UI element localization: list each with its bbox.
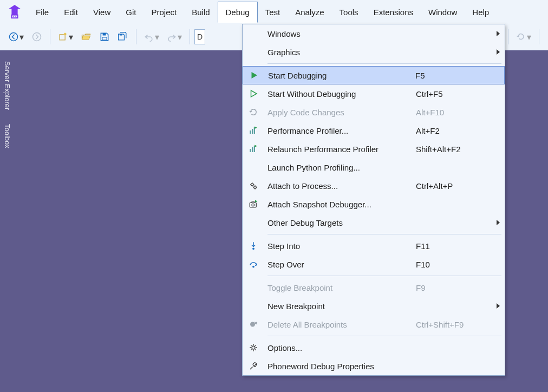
menu-item-debug-props[interactable]: Phoneword Debug Properties bbox=[243, 357, 505, 375]
toolbar-separator bbox=[539, 29, 539, 44]
menu-project[interactable]: Project bbox=[143, 2, 184, 22]
menu-item-start-debug[interactable]: Start DebuggingF5 bbox=[243, 66, 505, 84]
save-all-button[interactable] bbox=[114, 28, 132, 45]
toolbar-separator bbox=[190, 29, 190, 44]
chevron-down-icon: ▾ bbox=[154, 32, 160, 42]
submenu-chevron-icon bbox=[492, 31, 505, 36]
menu-item-label: Relaunch Performance Profiler bbox=[264, 145, 416, 154]
svg-point-20 bbox=[252, 266, 255, 268]
menu-item-label: Graphics bbox=[264, 48, 416, 57]
debug-dropdown: WindowsGraphicsStart DebuggingF5Start Wi… bbox=[242, 24, 505, 376]
svg-rect-6 bbox=[103, 33, 106, 35]
menu-item-shortcut: F5 bbox=[415, 71, 491, 80]
menu-file[interactable]: File bbox=[28, 2, 56, 22]
menu-item-windows[interactable]: Windows bbox=[243, 24, 505, 43]
menu-item-options[interactable]: Options... bbox=[243, 338, 505, 357]
svg-rect-4 bbox=[60, 35, 65, 40]
menu-debug[interactable]: Debug bbox=[218, 2, 258, 23]
menu-item-shortcut: Shift+Alt+F2 bbox=[416, 145, 492, 154]
menu-tools[interactable]: Tools bbox=[332, 2, 366, 22]
side-tab-server-explorer[interactable]: Server Explorer bbox=[3, 59, 11, 112]
nav-back-button[interactable]: ▾ bbox=[5, 28, 27, 45]
svg-point-16 bbox=[254, 186, 257, 189]
menu-analyze[interactable]: Analyze bbox=[288, 2, 331, 22]
menu-item-label: Attach Snapshot Debugger... bbox=[264, 200, 416, 209]
svg-point-18 bbox=[252, 204, 255, 206]
menu-item-perf-profiler[interactable]: Performance Profiler...Alt+F2 bbox=[243, 121, 505, 140]
menu-item-label: Windows bbox=[264, 29, 416, 38]
menu-view[interactable]: View bbox=[86, 2, 118, 22]
menu-item-relaunch-profiler[interactable]: Relaunch Performance ProfilerShift+Alt+F… bbox=[243, 140, 505, 158]
menu-item-shortcut: Alt+F2 bbox=[416, 126, 492, 135]
menu-separator bbox=[268, 276, 501, 276]
menu-item-other-targets[interactable]: Other Debug Targets bbox=[243, 213, 505, 232]
menu-item-attach-process[interactable]: Attach to Process...Ctrl+Alt+P bbox=[243, 177, 505, 195]
refresh-button[interactable]: ▾ bbox=[513, 28, 534, 45]
chart-play-icon bbox=[243, 126, 264, 135]
menu-item-shortcut: Ctrl+Shift+F9 bbox=[416, 320, 492, 329]
side-tab-toolbox[interactable]: Toolbox bbox=[3, 122, 11, 151]
play-outline-icon bbox=[243, 89, 264, 99]
bp-delete-icon bbox=[243, 319, 264, 329]
menu-item-step-over[interactable]: Step OverF10 bbox=[243, 255, 505, 273]
gear-icon bbox=[243, 343, 264, 352]
chart-play-icon bbox=[243, 144, 264, 154]
refresh-icon bbox=[243, 107, 264, 117]
toolbar-separator bbox=[136, 29, 136, 44]
menubar: PRE File Edit View Git Project Build Deb… bbox=[0, 0, 548, 24]
svg-point-21 bbox=[250, 322, 255, 327]
wrench-icon bbox=[243, 361, 264, 371]
undo-button[interactable]: ▾ bbox=[141, 28, 162, 45]
menu-edit[interactable]: Edit bbox=[56, 2, 86, 22]
svg-point-22 bbox=[252, 346, 255, 349]
menu-window[interactable]: Window bbox=[421, 2, 465, 22]
toolbar-separator bbox=[50, 29, 50, 44]
svg-rect-10 bbox=[252, 129, 253, 134]
submenu-chevron-icon bbox=[492, 49, 505, 55]
svg-rect-17 bbox=[250, 202, 256, 207]
chevron-down-icon: ▾ bbox=[177, 32, 182, 42]
menu-item-start-nodebug[interactable]: Start Without DebuggingCtrl+F5 bbox=[243, 84, 505, 103]
menu-item-shortcut: Ctrl+Alt+P bbox=[416, 181, 492, 191]
menu-item-attach-snapshot[interactable]: Attach Snapshot Debugger... bbox=[243, 195, 505, 213]
menu-item-label: Performance Profiler... bbox=[264, 126, 416, 135]
menu-item-label: Attach to Process... bbox=[264, 181, 416, 191]
play-solid-icon bbox=[243, 70, 265, 80]
chevron-down-icon: ▾ bbox=[526, 32, 532, 42]
menu-item-graphics[interactable]: Graphics bbox=[243, 43, 505, 61]
menu-item-shortcut: F9 bbox=[416, 283, 492, 292]
menu-item-label: Toggle Breakpoint bbox=[264, 283, 416, 292]
menu-extensions[interactable]: Extensions bbox=[366, 2, 421, 22]
nav-forward-button[interactable] bbox=[28, 28, 45, 45]
svg-point-3 bbox=[33, 33, 41, 41]
menu-git[interactable]: Git bbox=[118, 2, 143, 22]
open-button[interactable] bbox=[77, 28, 95, 45]
menu-build[interactable]: Build bbox=[184, 2, 217, 22]
menu-item-step-into[interactable]: Step IntoF11 bbox=[243, 237, 505, 255]
config-combo[interactable]: D bbox=[194, 29, 205, 44]
svg-text:PRE: PRE bbox=[11, 15, 18, 18]
menu-help[interactable]: Help bbox=[465, 2, 497, 22]
new-item-button[interactable]: ▾ bbox=[55, 28, 76, 45]
menu-item-launch-python[interactable]: Launch Python Profiling... bbox=[243, 158, 505, 177]
left-tool-tabs: Server Explorer Toolbox bbox=[0, 50, 14, 392]
menu-item-label: Launch Python Profiling... bbox=[264, 163, 416, 172]
menu-item-label: Other Debug Targets bbox=[264, 218, 416, 227]
menu-item-new-bp[interactable]: New Breakpoint bbox=[243, 297, 505, 315]
svg-rect-13 bbox=[252, 147, 253, 152]
app-logo-icon: PRE bbox=[6, 4, 23, 20]
menu-item-apply-code: Apply Code ChangesAlt+F10 bbox=[243, 103, 505, 121]
save-button[interactable] bbox=[96, 28, 113, 45]
chevron-down-icon: ▾ bbox=[68, 32, 74, 42]
menu-item-label: Phoneword Debug Properties bbox=[264, 362, 416, 371]
redo-button[interactable]: ▾ bbox=[164, 28, 185, 45]
submenu-chevron-icon bbox=[492, 303, 505, 309]
menu-item-toggle-bp: Toggle BreakpointF9 bbox=[243, 278, 505, 297]
chevron-down-icon: ▾ bbox=[19, 32, 24, 42]
gears-icon bbox=[243, 181, 264, 191]
step-into-icon bbox=[243, 241, 264, 251]
menu-item-label: New Breakpoint bbox=[264, 302, 416, 311]
combo-text: D bbox=[197, 32, 203, 41]
menu-test[interactable]: Test bbox=[258, 2, 288, 22]
menu-item-shortcut: Alt+F10 bbox=[416, 108, 492, 117]
